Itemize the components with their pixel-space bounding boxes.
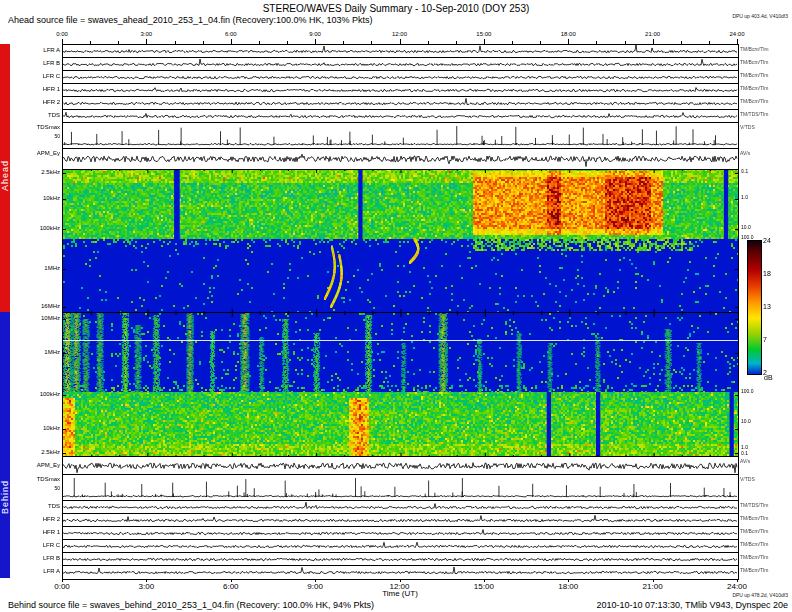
freq-tick-label: 100kHz [18, 225, 60, 231]
time-tick-label: 0:00 [44, 582, 80, 591]
swaves-daily-summary-page: STEREO/WAVES Daily Summary - 10-Sep-2010… [0, 0, 792, 612]
strip-label: APM_Ey [14, 462, 60, 468]
freq-tick-label: 1MHz [18, 265, 60, 271]
strip-note: TM/Bcm/Tlm [740, 46, 790, 52]
freq-tick-label: 10kHz [18, 195, 60, 201]
freq-tick-label: 2.5kHz [18, 169, 60, 175]
generation-info: 2010-10-10 07:13:30, TMlib V943, Dynspec… [597, 600, 788, 610]
ahead-section-bar: Ahead [0, 44, 10, 312]
right-scale-label: 1.0 [741, 194, 748, 200]
freq-tick-label: 10kHz [18, 425, 60, 431]
strip-note: TM/Bcm/Tlm [740, 98, 790, 104]
strip-tdsmax-ahead-chart [62, 122, 739, 150]
right-scale-label: 100.0 [741, 234, 754, 240]
strip-note: TM/Bcm/Tlm [740, 567, 790, 573]
strip-tdsmax-behind-chart [62, 474, 739, 502]
time-tick-label: 21:00 [635, 582, 671, 591]
strip-note: TM/Bcm/Tlm [740, 85, 790, 91]
strip-apm-ey-ahead-chart [62, 148, 739, 170]
strip-label: LFR B [14, 555, 60, 561]
strip-note: TM/Bcm/Tlm [740, 59, 790, 65]
strip-note: TM/Bcm/Tlm [740, 554, 790, 560]
freq-tick-label: 16MHz [18, 303, 60, 309]
strip-label: LFR C [14, 73, 60, 79]
strip-note: V/TDS [740, 476, 790, 482]
strip-label: TDSmax [14, 476, 60, 482]
freq-tick-label: 100kHz [18, 391, 60, 397]
ahead-spectrogram [62, 168, 739, 314]
colorbar-tick-label: 24 [763, 237, 771, 244]
ahead-source-file-line: Ahead source file = swaves_ahead_2010_25… [8, 15, 372, 25]
strip-scale-label: 50 [14, 133, 60, 139]
behind-section-bar: Behind [0, 312, 10, 578]
time-tick-label: 18:00 [550, 582, 586, 591]
time-tick-label: 3:00 [128, 582, 164, 591]
right-scale-label: 10.0 [741, 418, 751, 424]
time-tick-label: 18:00 [553, 31, 583, 37]
strip-label: LFR A [14, 568, 60, 574]
strip-label: TDSmax [14, 124, 60, 130]
behind-source-file-line: Behind source file = swaves_behind_2010_… [8, 600, 374, 610]
strip-label: HFR 2 [14, 99, 60, 105]
right-scale-label: 10.0 [741, 224, 751, 230]
time-tick-label: 15:00 [466, 582, 502, 591]
strip-label: HFR 2 [14, 516, 60, 522]
time-tick-label: 21:00 [638, 31, 668, 37]
strip-label: LFR A [14, 47, 60, 53]
strip-note: AV/s [740, 458, 790, 464]
colorbar [747, 240, 762, 375]
time-tick-label: 12:00 [382, 582, 418, 591]
time-tick-label: 9:00 [297, 582, 333, 591]
behind-spectrogram [62, 312, 739, 458]
strip-note: TM/Bcm/Tlm [740, 515, 790, 521]
colorbar-tick-label: 13 [763, 303, 771, 310]
time-tick-label: 24:00 [719, 582, 755, 591]
strip-label: TDS [14, 503, 60, 509]
colorbar-tick-label: 7 [763, 336, 767, 343]
strip-label: LFR C [14, 542, 60, 548]
strip-note: V/TDS [740, 124, 790, 130]
freq-tick-label: 1MHz [18, 349, 60, 355]
time-tick-label: 15:00 [469, 31, 499, 37]
time-tick-label: 12:00 [385, 31, 415, 37]
strip-label: TDS [14, 112, 60, 118]
time-tick-label: 0:00 [47, 31, 77, 37]
right-scale-label: 0.1 [741, 168, 748, 174]
right-scale-label: 0.1 [741, 450, 748, 456]
strip-note: TM/TDS/Tlm [740, 111, 790, 117]
freq-tick-label: 2.5kHz [18, 449, 60, 455]
freq-tick-label: 10MHz [18, 315, 60, 321]
behind-section-label: Behind [0, 480, 10, 514]
time-tick-label: 9:00 [300, 31, 330, 37]
strip-note: TM/Bcm/Tlm [740, 541, 790, 547]
strip-apm-ey-behind-chart [62, 456, 739, 476]
time-tick-label: 3:00 [131, 31, 161, 37]
time-tick-label: 6:00 [216, 31, 246, 37]
ahead-section-label: Ahead [0, 160, 10, 191]
dpu-status-bottom: DPU up 478.2d, V410df3 [732, 592, 788, 598]
strip-label: LFR B [14, 60, 60, 66]
strip-note: TM/Bcm/Tlm [740, 72, 790, 78]
time-tick-label: 24:00 [722, 31, 752, 37]
strip-lfr-a-behind-chart [62, 565, 739, 580]
strip-label: HFR 1 [14, 86, 60, 92]
strip-label: HFR 1 [14, 529, 60, 535]
page-title: STEREO/WAVES Daily Summary - 10-Sep-2010… [0, 3, 792, 14]
colorbar-tick-label: 2 [763, 369, 767, 376]
right-scale-label: 100.0 [741, 388, 754, 394]
colorbar-tick-label: 18 [763, 270, 771, 277]
strip-label: APM_Ey [14, 150, 60, 156]
strip-note: TM/TDS/Tlm [740, 502, 790, 508]
strip-note: AV/s [740, 150, 790, 156]
time-tick-label: 6:00 [213, 582, 249, 591]
dpu-status-top: DPU up 403.4d, V410df3 [732, 13, 788, 19]
strip-note: TM/Bcm/Tlm [740, 528, 790, 534]
strip-scale-label: 50 [14, 485, 60, 491]
